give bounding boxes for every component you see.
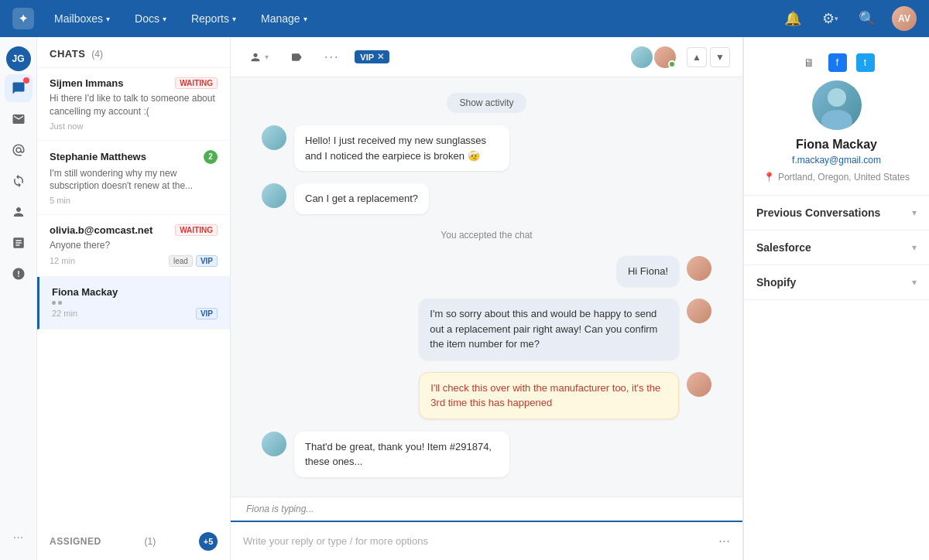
more-options-button[interactable]: ··· [318, 46, 345, 68]
chat-item-stephanie[interactable]: Stephanie Matthews 2 I'm still wondering… [37, 141, 230, 216]
chevron-down-icon: ▾ [232, 15, 236, 23]
message-item: Hello! I just received my new sunglasses… [262, 125, 509, 171]
section-title: Salesforce [756, 241, 811, 254]
assigned-section: ASSIGNED (1) +5 [37, 523, 230, 560]
user-avatar-nav[interactable]: AV [892, 6, 917, 31]
facebook-icon[interactable]: f [828, 53, 847, 72]
chat-item-preview: I'm still wondering why my new subscript… [50, 167, 218, 193]
section-title: Shopify [756, 276, 796, 289]
assigned-plus-button[interactable]: +5 [199, 532, 218, 551]
agent-avatar [653, 45, 677, 70]
svg-point-1 [821, 110, 852, 130]
message-bubble: Can I get a replacement? [294, 183, 429, 214]
chevron-down-icon: ▾ [912, 277, 917, 288]
app-logo[interactable]: ✦ [12, 8, 34, 29]
chevron-down-icon: ▾ [912, 242, 917, 253]
chat-item-fiona[interactable]: Fiona Mackay 22 min VIP [37, 277, 230, 330]
chat-list-panel: CHATS (4) Sijmen Immans WAITING Hi there… [37, 37, 231, 560]
next-conversation-button[interactable]: ▼ [710, 47, 730, 67]
assign-button[interactable]: ▾ [243, 47, 275, 67]
svg-point-0 [828, 88, 846, 107]
chevron-down-icon: ▾ [912, 207, 917, 218]
unread-badge: 2 [204, 150, 218, 164]
chat-item-olivia[interactable]: olivia.b@comcast.net WAITING Anyone ther… [37, 215, 230, 277]
chat-list-title: CHATS [50, 48, 85, 60]
chat-main-area: ▾ ··· VIP ✕ ▲ ▼ [231, 37, 743, 560]
message-bubble-highlight: I'll check this over with the manufactur… [419, 372, 679, 419]
reply-input-area: ··· [231, 521, 742, 560]
prev-conversation-button[interactable]: ▲ [687, 47, 707, 67]
chat-item-name: Sijmen Immans [50, 77, 123, 89]
section-title: Previous Conversations [756, 207, 880, 219]
vip-header-badge: VIP ✕ [355, 50, 389, 63]
chevron-down-icon: ▾ [265, 53, 269, 61]
system-message: You accepted the chat [441, 230, 532, 241]
location-icon: 📍 [763, 172, 775, 183]
message-bubble: That'd be great, thank you! Item #291874… [294, 432, 509, 477]
customer-message-avatar [262, 183, 286, 208]
nav-mailboxes[interactable]: Mailboxes ▾ [50, 9, 115, 28]
search-icon[interactable]: 🔍 [855, 6, 879, 31]
chat-item-preview: Anyone there? [50, 239, 218, 252]
sidebar-item-contacts[interactable] [5, 198, 33, 226]
chat-items-list: Sijmen Immans WAITING Hi there I'd like … [37, 68, 230, 523]
chat-messages-area: Show activity Hello! I just received my … [231, 77, 742, 497]
show-activity-button[interactable]: Show activity [447, 93, 526, 113]
agent-message-avatar [687, 256, 711, 281]
shopify-header[interactable]: Shopify ▾ [744, 265, 929, 299]
customer-message-avatar [262, 125, 286, 150]
nav-reports[interactable]: Reports ▾ [187, 9, 241, 28]
settings-icon[interactable]: ⚙ ▾ [818, 6, 842, 31]
chevron-down-icon: ▾ [163, 15, 166, 23]
message-item: Can I get a replacement? [262, 183, 509, 214]
nav-docs[interactable]: Docs ▾ [130, 9, 171, 28]
label-button[interactable] [284, 47, 309, 67]
monitor-icon[interactable]: 🖥 [799, 53, 819, 73]
chat-item-time: 5 min [50, 196, 70, 205]
lead-badge: lead [169, 255, 193, 267]
agent-message-avatar [687, 372, 711, 397]
reply-input[interactable] [243, 535, 711, 547]
sidebar-item-blocked[interactable] [5, 260, 33, 288]
waiting-badge: WAITING [175, 224, 218, 236]
sidebar-item-inbox[interactable] [5, 105, 33, 133]
sidebar-item-reports[interactable] [5, 229, 33, 257]
assigned-count: (1) [145, 536, 156, 547]
contact-panel: 🖥 f t Fiona Mackay f.mackay@gmail.com 📍 … [743, 37, 929, 560]
contact-email[interactable]: f.mackay@gmail.com [792, 155, 881, 166]
chat-item-time: Just now [50, 121, 83, 131]
previous-conversations-header[interactable]: Previous Conversations ▾ [744, 196, 929, 230]
sidebar-item-chats[interactable] [5, 74, 33, 102]
vip-badge: VIP [196, 308, 218, 319]
reply-more-options-button[interactable]: ··· [718, 533, 730, 549]
message-item: That'd be great, thank you! Item #291874… [262, 432, 509, 477]
notification-bell[interactable]: 🔔 [780, 6, 805, 31]
conversation-nav: ▲ ▼ [687, 47, 730, 67]
salesforce-header[interactable]: Salesforce ▾ [744, 230, 929, 265]
chat-item-name: olivia.b@comcast.net [50, 224, 153, 236]
vip-close-button[interactable]: ✕ [377, 52, 384, 62]
sidebar-user-avatar[interactable]: JG [6, 46, 31, 71]
contact-header: 🖥 f t Fiona Mackay f.mackay@gmail.com 📍 … [744, 37, 929, 196]
sidebar-more-btn[interactable]: ··· [7, 524, 29, 551]
chat-header: ▾ ··· VIP ✕ ▲ ▼ [231, 37, 742, 77]
typing-indicator: Fiona is typing... [231, 497, 742, 521]
chat-notification-dot [23, 77, 29, 84]
chat-item-time: 12 min [50, 256, 75, 265]
shopify-section: Shopify ▾ [744, 265, 929, 300]
sidebar-item-mentions[interactable] [5, 136, 33, 164]
chat-item-name: Stephanie Matthews [50, 151, 146, 162]
top-navigation: ✦ Mailboxes ▾ Docs ▾ Reports ▾ Manage ▾ … [0, 0, 929, 37]
sidebar-item-refresh[interactable] [5, 167, 33, 195]
chat-list-count: (4) [91, 49, 103, 60]
typing-dots [52, 301, 218, 305]
agent-message-avatar [687, 299, 711, 323]
assigned-label: ASSIGNED [50, 536, 101, 547]
contact-avatar [812, 80, 862, 130]
main-layout: JG ··· CHATS (4) [0, 37, 929, 560]
chevron-down-icon: ▾ [303, 15, 307, 23]
customer-message-avatar [262, 432, 286, 456]
nav-manage[interactable]: Manage ▾ [256, 9, 312, 28]
chat-item-sijmen[interactable]: Sijmen Immans WAITING Hi there I'd like … [37, 68, 230, 141]
twitter-icon[interactable]: t [856, 53, 875, 72]
